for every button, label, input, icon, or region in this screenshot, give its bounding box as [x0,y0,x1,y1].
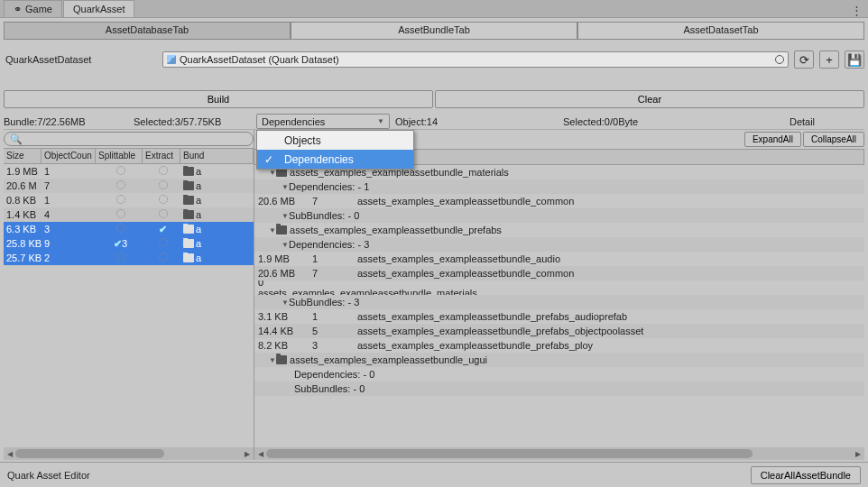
selected-right-stat: Selected:0/0Byte [563,116,734,127]
folder-icon [183,181,194,190]
window-tabs: ⚭Game QuarkAsset ⋮ [0,0,868,18]
tree-row[interactable]: 20.6 MB7assets_examples_exampleassetbund… [254,266,864,280]
left-search[interactable]: 🔍 [4,132,254,146]
tree-row[interactable]: Dependencies: - 0 [254,367,864,381]
tree-row[interactable]: 0assets_examples_exampleassetbundle_mate… [254,280,864,295]
left-panel: 🔍 Size ObjectCoun Splittable Extract Bun… [4,130,254,460]
menu-icon[interactable]: ⋮ [851,4,863,17]
right-rows: ▼ assets_examples_exampleassetbundle_mat… [254,165,864,447]
table-row[interactable]: 20.6 M7a [4,179,254,193]
tree-row[interactable]: ▼SubBundles: - 3 [254,295,864,309]
tree-row[interactable]: 3.1 KB1assets_examples_exampleassetbundl… [254,309,864,324]
tab-assetbundle[interactable]: AssetBundleTab [291,22,577,40]
dd-dependencies[interactable]: Dependencies [257,150,413,169]
tab-game[interactable]: ⚭Game [4,0,62,17]
right-panel: ExpandAll CollapseAll ▼ assets_examples_… [254,130,864,460]
left-rows: 1.9 MB1a20.6 M7a0.8 KB1a1.4 KB4a6.3 KB3✔… [4,164,254,447]
tree-row[interactable]: ▼Dependencies: - 3 [254,237,864,252]
tree-row[interactable]: ▼Dependencies: - 1 [254,179,864,194]
table-row[interactable]: 6.3 KB3✔a [4,222,254,236]
col-bundle[interactable]: Bund [180,149,254,163]
detail-label: Detail [740,116,864,127]
folder-icon [276,355,287,364]
table-row[interactable]: 1.4 KB4a [4,207,254,222]
main-area: AssetDatabaseTab AssetBundleTab AssetDat… [0,18,868,462]
dataset-label: QuarkAssetDataset [4,54,157,65]
footer: Quark Asset Editor ClearAllAssetBundle [0,462,868,487]
search-icon: 🔍 [10,133,23,145]
bundle-stat: Bundle:7/22.56MB [4,116,128,127]
tree-row[interactable]: 14.4 KB5assets_examples_exampleassetbund… [254,324,864,338]
tree-row[interactable]: 1.9 MB1assets_examples_exampleassetbundl… [254,252,864,266]
table-row[interactable]: 1.9 MB1a [4,164,254,179]
footer-label: Quark Asset Editor [7,470,90,481]
tab-assetdataset[interactable]: AssetDatasetTab [577,22,864,40]
quark-icon [167,55,176,64]
tree-row[interactable]: ▼ assets_examples_exampleassetbundle_pre… [254,223,864,237]
build-button[interactable]: Build [4,90,433,108]
folder-icon [183,239,194,248]
tree-row[interactable]: 8.2 KB3assets_examples_exampleassetbundl… [254,338,864,353]
left-scrollbar[interactable]: ◀▶ [4,447,254,460]
folder-icon [276,225,287,234]
collapseall-button[interactable]: CollapseAll [803,132,864,147]
object-picker-icon[interactable] [775,55,784,64]
table-row[interactable]: 25.7 KB2a [4,251,254,265]
clear-button[interactable]: Clear [435,90,864,108]
refresh-button[interactable]: ⟳ [794,51,814,69]
col-size[interactable]: Size [4,149,42,163]
col-splittable[interactable]: Splittable [96,149,143,163]
tree-row[interactable]: ▼ assets_examples_exampleassetbundle_ugu… [254,353,864,367]
right-scrollbar[interactable]: ◀▶ [254,447,864,460]
expandall-button[interactable]: ExpandAll [744,132,801,147]
tree-row[interactable]: 20.6 MB7assets_examples_exampleassetbund… [254,194,864,208]
table-row[interactable]: 0.8 KB1a [4,193,254,207]
dataset-row: QuarkAssetDataset QuarkAssetDataset (Qua… [4,51,864,69]
link-icon: ⚭ [14,4,22,15]
object-stat: Object:14 [395,116,558,127]
sub-tabs: AssetDatabaseTab AssetBundleTab AssetDat… [4,22,864,40]
folder-icon [183,253,194,262]
folder-icon [183,225,194,234]
folder-icon [183,210,194,219]
col-objectcount[interactable]: ObjectCoun [42,149,96,163]
selected-stat: Selected:3/57.75KB [134,116,251,127]
col-extract[interactable]: Extract [143,149,180,163]
add-button[interactable]: + [819,51,839,69]
dependencies-dropdown[interactable]: Dependencies▼ Objects Dependencies [256,114,390,129]
dd-objects[interactable]: Objects [257,131,413,150]
save-button[interactable]: 💾 [845,51,864,69]
folder-icon [183,196,194,205]
tab-quarkasset[interactable]: QuarkAsset [63,0,134,17]
dropdown-menu: Objects Dependencies [256,130,414,170]
dataset-field[interactable]: QuarkAssetDataset (Quark Dataset) [162,51,789,68]
tab-assetdatabase[interactable]: AssetDatabaseTab [4,22,291,40]
clearallassetbundle-button[interactable]: ClearAllAssetBundle [751,466,861,484]
table-row[interactable]: 25.8 KB9✔3a [4,236,254,251]
tree-row[interactable]: ▼SubBundles: - 0 [254,208,864,223]
tree-row[interactable]: SubBundles: - 0 [254,381,864,396]
folder-icon [183,167,194,176]
